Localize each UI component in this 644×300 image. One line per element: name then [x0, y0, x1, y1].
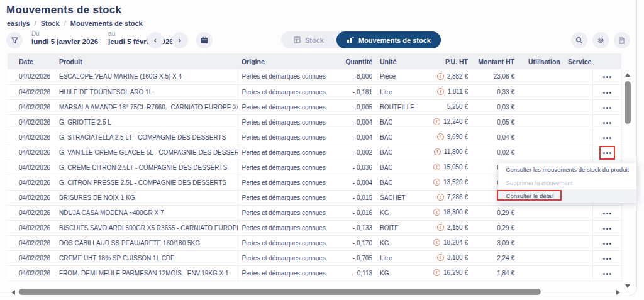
scroll-right-arrow[interactable] [616, 290, 620, 295]
date-from-label: Du [31, 30, 98, 37]
cell-product: G. VANILLE CREME GLACEE 5L - COMPAGNIE D… [57, 145, 238, 160]
header-unit[interactable]: Unité [375, 53, 415, 69]
date-from-value[interactable]: lundi 5 janvier 2026 [31, 38, 98, 45]
chevron-right-icon: › [179, 36, 181, 44]
row-context-menu: Consulter les mouvements de stock du pro… [498, 162, 637, 203]
unit-price-value: 5,250 € [447, 103, 468, 110]
horizontal-scrollbar[interactable] [8, 289, 623, 296]
ellipsis-icon [606, 76, 608, 78]
row-actions-button[interactable] [602, 89, 612, 96]
header-date[interactable]: Date [8, 53, 57, 69]
row-actions-button[interactable] [602, 73, 612, 81]
cell-quantity: - 8,000 [340, 69, 375, 84]
row-actions-button[interactable] [602, 240, 612, 247]
cell-utilisation [517, 69, 563, 84]
toggle-stock-button[interactable]: Stock [281, 31, 336, 48]
cell-service [563, 130, 592, 145]
cell-product: G. CITRON PRESSE 2.5L - COMPAGNIE DES DE… [57, 175, 238, 190]
cell-quantity: - 0,015 [340, 190, 375, 205]
unit-price-value: 3,180 € [447, 254, 468, 261]
row-actions-button[interactable] [602, 270, 612, 277]
row-actions-button[interactable] [602, 209, 612, 217]
settings-button[interactable] [592, 32, 609, 48]
price-warning-icon [433, 239, 440, 246]
ellipsis-icon [606, 273, 608, 275]
table-row: 04/02/2026 DOS CABILLAUD SS PEAU/ARETE 1… [8, 235, 621, 250]
cell-quantity: - 0,005 [340, 99, 375, 114]
cell-quantity: - 0,170 [340, 235, 375, 250]
menu-item-consult-detail-label: Consulter le détail [506, 192, 554, 199]
row-actions-button[interactable] [602, 225, 612, 232]
row-actions-button[interactable] [602, 119, 612, 126]
price-warning-icon [437, 88, 444, 95]
cell-actions [592, 130, 621, 145]
cell-product: ESCALOPE VEAU MARINE (160G X 5) X 4 [57, 69, 238, 84]
unit-price-value: 2,882 € [447, 73, 468, 80]
header-utilisation[interactable]: Utilisation [517, 53, 563, 69]
cell-actions [592, 69, 621, 84]
cell-unit-price: 2,882 € [415, 69, 470, 84]
header-origin[interactable]: Origine [238, 53, 340, 69]
breadcrumb-item-stock[interactable]: Stock [41, 19, 60, 27]
menu-item-consult-product-movements[interactable]: Consulter les mouvements de stock du pro… [499, 163, 636, 176]
cell-date: 04/02/2026 [8, 205, 57, 220]
cell-unit-price: 18,204 € [415, 235, 470, 250]
filter-button[interactable] [6, 32, 23, 48]
cell-origin: Pertes et démarques connues [238, 84, 340, 99]
table-row: 04/02/2026 HUILE DE TOURNESOL ARO 1L Per… [8, 84, 621, 99]
scroll-up-arrow[interactable] [625, 73, 630, 77]
toggle-stock-label: Stock [305, 36, 324, 44]
breadcrumb-item-easilys[interactable]: easilys [7, 19, 30, 27]
menu-item-consult-detail[interactable]: Consulter le détail [499, 189, 636, 203]
header-service[interactable]: Service [563, 53, 592, 69]
cell-amount: 0,02 € [470, 145, 517, 160]
date-from: Du lundi 5 janvier 2026 [31, 30, 98, 45]
date-to: au jeudi 5 février 2026 [108, 30, 174, 45]
cell-date: 04/02/2026 [8, 69, 57, 84]
scroll-down-arrow[interactable] [625, 284, 630, 288]
cell-utilisation [517, 205, 563, 220]
table-row: 04/02/2026 FROM. DEMI MEULE PARMESAN 12M… [8, 265, 621, 281]
row-actions-button[interactable] [602, 104, 612, 111]
search-button[interactable] [571, 32, 587, 48]
price-warning-icon [437, 224, 444, 231]
cell-amount: 2,24 € [470, 250, 517, 265]
ellipsis-icon [606, 228, 608, 230]
horizontal-scrollbar-thumb[interactable] [19, 289, 541, 295]
price-warning-icon [434, 148, 441, 155]
stock-icon [294, 36, 301, 43]
previous-period-button[interactable]: ‹ [147, 32, 164, 48]
cell-origin: Pertes et démarques connues [238, 265, 340, 281]
header-quantity[interactable]: Quantité [340, 53, 375, 69]
row-actions-button[interactable] [602, 134, 612, 142]
cell-unit-price: 1,811 € [415, 84, 470, 99]
cell-origin: Pertes et démarques connues [238, 130, 340, 145]
cell-unit-price: 7,286 € [415, 190, 470, 205]
cell-utilisation [517, 265, 563, 281]
export-button[interactable] [614, 32, 630, 48]
cell-service [563, 69, 592, 84]
ellipsis-icon [606, 213, 608, 214]
cell-unit: BAC [375, 130, 415, 145]
cell-unit-price: 13,520 € [415, 175, 470, 190]
unit-price-value: 18,204 € [443, 239, 468, 246]
row-actions-button[interactable] [602, 149, 612, 157]
vertical-scrollbar-thumb[interactable] [625, 81, 631, 124]
price-warning-icon [437, 73, 444, 80]
unit-price-value: 2,150 € [447, 224, 468, 231]
cell-quantity: - 0,133 [340, 220, 375, 235]
cell-quantity: - 0,002 [340, 145, 375, 160]
header-product[interactable]: Produit [57, 53, 238, 69]
scroll-left-arrow[interactable] [11, 290, 15, 295]
toggle-movements-button[interactable]: Mouvements de stock [336, 31, 441, 48]
calendar-button[interactable] [196, 32, 213, 48]
row-actions-button[interactable] [602, 255, 612, 262]
cell-origin: Pertes et démarques connues [238, 114, 340, 130]
cell-unit: BAC [375, 114, 415, 130]
next-period-button[interactable]: › [172, 32, 188, 48]
date-to-value[interactable]: jeudi 5 février 2026 [108, 38, 174, 45]
toolbar-right-actions [571, 32, 630, 48]
header-amount[interactable]: Montant HT [470, 53, 517, 69]
header-unit-price[interactable]: P.U. HT [415, 53, 470, 69]
cell-product: G. CREME CITRON 2.5LT - COMPAGNIE DES DE… [57, 160, 238, 175]
